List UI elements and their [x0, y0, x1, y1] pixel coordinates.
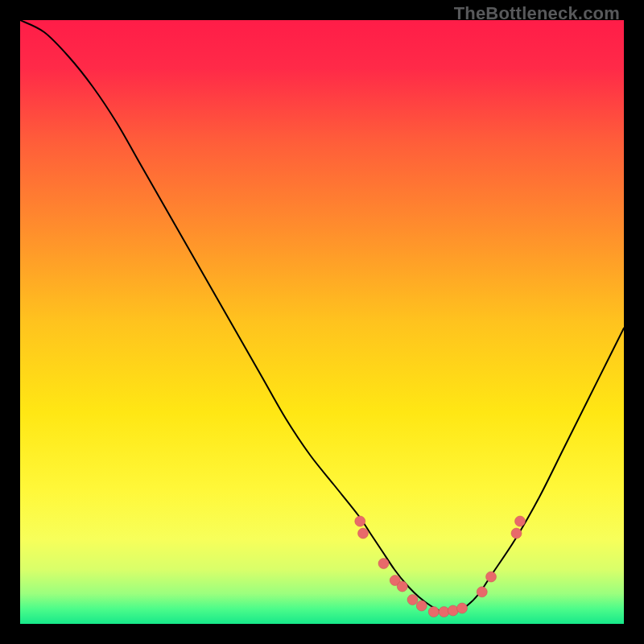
marker-point — [515, 516, 526, 526]
marker-point — [428, 607, 439, 617]
marker-point — [477, 587, 487, 597]
marker-point — [407, 595, 418, 605]
marker-point — [486, 572, 497, 582]
bottleneck-chart — [20, 20, 624, 624]
chart-frame — [20, 20, 624, 624]
marker-point — [397, 581, 407, 592]
marker-point — [378, 559, 389, 569]
marker-point — [358, 528, 369, 539]
marker-point — [457, 603, 468, 613]
gradient-background — [20, 20, 624, 624]
marker-point — [355, 516, 365, 526]
marker-point — [448, 605, 458, 616]
marker-point — [416, 601, 427, 611]
marker-point — [511, 528, 522, 539]
marker-point — [439, 607, 449, 617]
